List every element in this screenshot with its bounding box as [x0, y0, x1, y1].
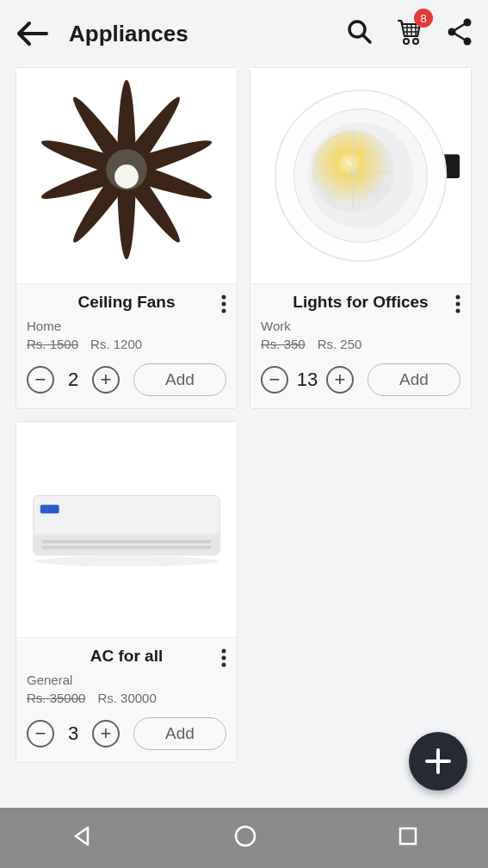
nav-recent-button[interactable]	[398, 826, 418, 850]
kebab-icon	[221, 294, 226, 313]
add-button[interactable]: Add	[368, 363, 460, 396]
office-light-illustration	[250, 68, 471, 283]
svg-rect-42	[40, 505, 59, 513]
triangle-back-icon	[71, 825, 93, 847]
product-new-price: Rs. 30000	[97, 691, 156, 705]
svg-line-1	[363, 35, 370, 42]
back-button[interactable]	[15, 20, 50, 47]
product-quantity: 13	[295, 369, 319, 391]
header: Appliances 8	[0, 0, 488, 67]
increment-button[interactable]: +	[326, 366, 354, 394]
svg-rect-39	[34, 534, 219, 555]
product-card[interactable]: Lights for Offices Work Rs. 350 Rs. 250 …	[250, 67, 472, 409]
decrement-button[interactable]: −	[27, 366, 54, 394]
decrement-button[interactable]: −	[261, 366, 288, 394]
page-title: Appliances	[69, 21, 333, 47]
product-new-price: Rs. 250	[318, 337, 362, 351]
product-body: Ceiling Fans Home Rs. 1500 Rs. 1200 − 2 …	[16, 283, 237, 408]
search-icon	[347, 19, 373, 45]
header-actions: 8	[347, 17, 473, 50]
svg-point-8	[413, 39, 418, 44]
product-card[interactable]: Ceiling Fans Home Rs. 1500 Rs. 1200 − 2 …	[15, 67, 238, 409]
svg-point-24	[222, 302, 226, 307]
product-menu-button[interactable]	[455, 294, 460, 317]
product-menu-button[interactable]	[221, 648, 226, 671]
share-icon	[447, 18, 473, 46]
svg-line-13	[452, 32, 467, 41]
product-old-price: Rs. 350	[261, 337, 306, 351]
product-card[interactable]: AC for all General Rs. 35000 Rs. 30000 −…	[15, 421, 238, 763]
svg-point-25	[222, 309, 226, 313]
svg-line-12	[452, 22, 467, 32]
product-grid: Ceiling Fans Home Rs. 1500 Rs. 1200 − 2 …	[0, 67, 488, 763]
svg-point-44	[222, 649, 226, 654]
square-recent-icon	[398, 826, 418, 846]
svg-point-23	[222, 295, 226, 300]
product-old-price: Rs. 35000	[27, 691, 85, 705]
svg-point-46	[222, 663, 226, 667]
decrement-button[interactable]: −	[27, 720, 54, 747]
svg-point-37	[456, 309, 460, 313]
product-body: AC for all General Rs. 35000 Rs. 30000 −…	[16, 637, 237, 762]
svg-rect-40	[42, 540, 211, 543]
ac-illustration	[16, 422, 237, 637]
nav-home-button[interactable]	[233, 824, 257, 852]
increment-button[interactable]: +	[92, 720, 120, 747]
product-quantity: 2	[61, 369, 85, 391]
ceiling-fan-illustration	[16, 68, 237, 283]
product-subtitle: Home	[27, 319, 226, 333]
share-button[interactable]	[447, 18, 473, 49]
product-subtitle: Work	[261, 319, 460, 333]
svg-point-43	[34, 556, 219, 567]
svg-rect-50	[400, 828, 416, 844]
product-image	[16, 68, 237, 283]
product-title: Ceiling Fans	[78, 293, 176, 312]
fab-add-button[interactable]	[409, 732, 467, 790]
search-button[interactable]	[347, 19, 373, 48]
add-button[interactable]: Add	[133, 717, 226, 750]
product-body: Lights for Offices Work Rs. 350 Rs. 250 …	[250, 283, 471, 408]
plus-icon	[423, 747, 453, 776]
add-button[interactable]: Add	[133, 363, 226, 396]
system-navbar	[0, 808, 488, 868]
svg-point-7	[404, 39, 409, 44]
product-image	[16, 422, 237, 637]
cart-badge: 8	[414, 9, 433, 28]
svg-rect-41	[42, 546, 211, 549]
product-subtitle: General	[27, 673, 226, 687]
cart-button[interactable]: 8	[395, 17, 424, 50]
product-menu-button[interactable]	[221, 294, 226, 317]
product-image	[250, 68, 471, 283]
kebab-icon	[455, 294, 460, 313]
nav-back-button[interactable]	[71, 825, 93, 851]
product-old-price: Rs. 1500	[27, 337, 78, 351]
svg-point-45	[222, 656, 226, 660]
kebab-icon	[221, 648, 226, 667]
product-new-price: Rs. 1200	[90, 337, 142, 351]
svg-point-36	[456, 302, 460, 307]
product-title: Lights for Offices	[293, 293, 428, 312]
svg-point-22	[114, 164, 139, 189]
arrow-left-icon	[15, 20, 50, 47]
product-quantity: 3	[61, 722, 85, 745]
product-title: AC for all	[90, 647, 163, 666]
svg-point-35	[456, 295, 460, 300]
svg-point-49	[236, 827, 255, 846]
increment-button[interactable]: +	[92, 366, 120, 394]
circle-home-icon	[233, 824, 257, 848]
